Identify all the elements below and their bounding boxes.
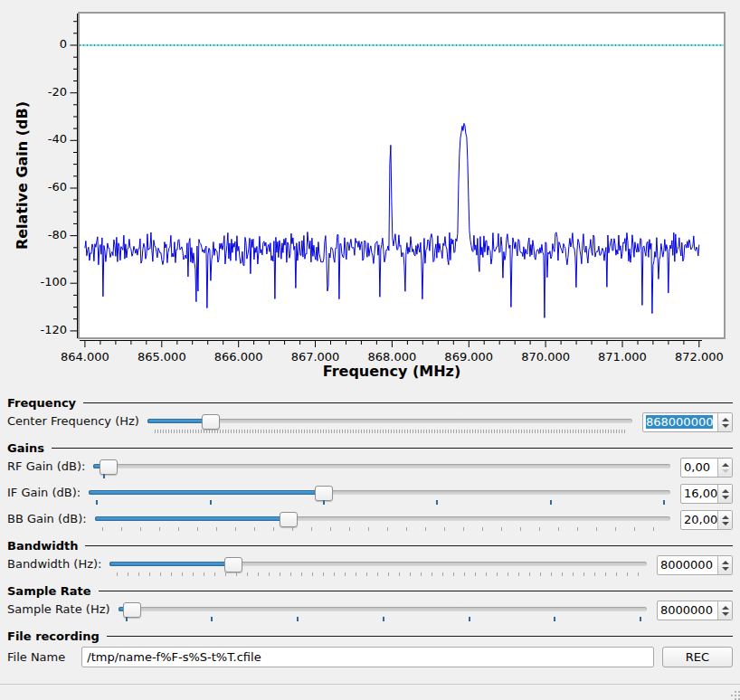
sample-rate-spin-up-icon[interactable] [722, 606, 729, 610]
bb-gain-slider-track[interactable] [95, 516, 670, 521]
if-gain-spinbox[interactable]: 16,00 [680, 484, 733, 504]
bandwidth-slider-ticks [117, 572, 640, 576]
if-gain-slider[interactable] [89, 484, 670, 506]
rec-button[interactable]: REC [662, 647, 733, 667]
x-tick-label: 867.000 [284, 350, 347, 364]
selected-text: 868000000 [646, 415, 713, 429]
if-gain-spin-down-icon[interactable] [722, 496, 729, 499]
center-frequency-spin-down-icon[interactable] [722, 424, 729, 428]
x-tick-label: 868.000 [360, 350, 423, 364]
sample-rate-spinbox[interactable]: 8000000 [657, 601, 733, 620]
bandwidth-slider-track[interactable] [109, 562, 647, 566]
bb-gain-spin-down-icon[interactable] [722, 522, 729, 525]
y-tick-label: 0 [29, 37, 67, 51]
x-tick-label: 865.000 [130, 350, 194, 364]
if-gain-slider-handle[interactable] [315, 486, 333, 501]
slider-tick [436, 500, 438, 505]
rf-gain-slider-handle[interactable] [100, 459, 118, 475]
slider-tick [550, 500, 552, 505]
if-gain-spin-arrows[interactable] [717, 485, 732, 503]
sample-rate-slider-track[interactable] [119, 607, 647, 611]
bandwidth-spin-up-icon[interactable] [722, 561, 729, 564]
y-tick-label: -60 [29, 180, 67, 194]
bandwidth-spinbox[interactable]: 8000000 [657, 555, 733, 575]
section-header-gains: Gains [7, 440, 733, 455]
rf-gain-spin-up-icon[interactable] [722, 463, 729, 467]
sample-rate-spin-down-icon[interactable] [722, 612, 729, 616]
slider-tick [96, 500, 98, 505]
y-axis-title: Relative Gain (dB) [14, 101, 31, 250]
slider-tick [323, 500, 325, 505]
bandwidth-label: Bandwidth (Hz): [7, 555, 101, 572]
section-header-bandwidth: Bandwidth [7, 538, 733, 553]
center-frequency-label: Center Frequency (Hz) [7, 412, 139, 430]
bb-gain-spin-up-icon[interactable] [722, 516, 729, 519]
rf-gain-slider-track[interactable] [93, 464, 670, 468]
section-header-file-recording: File recording [7, 629, 733, 643]
bb-gain-label: BB Gain (dB): [7, 510, 87, 527]
y-tick-label: -120 [29, 323, 67, 336]
center-frequency-slider-handle[interactable] [202, 414, 220, 430]
bb-gain-spin-arrows[interactable] [717, 511, 732, 529]
bandwidth-value[interactable]: 8000000 [658, 556, 717, 574]
slider-tick [126, 617, 128, 621]
bb-gain-slider-handle[interactable] [280, 512, 298, 527]
rf-gain-spinbox[interactable]: 0,00 [680, 458, 733, 478]
spectrum-plot: Relative Gain (dB) 0-20-40-60-80-100-120… [0, 0, 740, 391]
section-title-file-recording: File recording [7, 629, 100, 643]
sample-rate-label: Sample Rate (Hz) [7, 601, 110, 618]
x-tick-label: 870.000 [514, 350, 577, 364]
resize-grip-icon[interactable] [735, 695, 736, 696]
rf-gain-spin-arrows[interactable] [717, 459, 732, 477]
slider-tick [103, 474, 105, 478]
center-frequency-spinbox[interactable]: 868000000 [642, 412, 733, 432]
sample-rate-slider[interactable] [119, 601, 647, 623]
center-frequency-spin-arrows[interactable] [717, 413, 732, 431]
row-sample-rate: Sample Rate (Hz)8000000 [7, 601, 733, 624]
sample-rate-spin-arrows[interactable] [717, 601, 732, 620]
center-frequency-spin-up-icon[interactable] [722, 418, 729, 421]
bandwidth-slider[interactable] [109, 555, 647, 578]
rf-gain-label: RF Gain (dB): [7, 458, 85, 475]
center-frequency-slider[interactable] [147, 412, 632, 435]
app-window: Relative Gain (dB) 0-20-40-60-80-100-120… [0, 0, 740, 700]
bb-gain-slider[interactable] [95, 510, 670, 533]
file-name-label: File Name [7, 647, 65, 667]
bandwidth-slider-fill [109, 562, 235, 566]
rf-gain-value[interactable]: 0,00 [681, 459, 717, 477]
bb-gain-value[interactable]: 20,00 [681, 511, 717, 529]
x-tick-label: 866.000 [207, 350, 270, 364]
bandwidth-spin-arrows[interactable] [717, 556, 732, 574]
bandwidth-slider-handle[interactable] [224, 557, 242, 572]
section-title-bandwidth: Bandwidth [7, 539, 78, 553]
bb-gain-spinbox[interactable]: 20,00 [680, 510, 733, 530]
if-gain-slider-track[interactable] [89, 490, 670, 495]
slider-tick [469, 617, 470, 621]
section-divider [107, 636, 733, 637]
rf-gain-slider[interactable] [93, 458, 670, 480]
center-frequency-value[interactable]: 868000000 [643, 413, 717, 431]
plot-canvas[interactable] [78, 12, 726, 339]
section-divider [83, 402, 733, 403]
if-gain-spin-up-icon[interactable] [722, 489, 729, 493]
section-title-gains: Gains [7, 441, 44, 455]
center-frequency-slider-ticks [155, 430, 625, 433]
sample-rate-slider-handle[interactable] [123, 602, 141, 618]
center-frequency-slider-track[interactable] [147, 419, 632, 423]
status-bar [0, 684, 740, 700]
slider-tick [210, 500, 212, 505]
bandwidth-spin-down-icon[interactable] [722, 567, 729, 571]
if-gain-value[interactable]: 16,00 [681, 485, 717, 503]
control-panel: FrequencyCenter Frequency (Hz)868000000G… [0, 395, 740, 667]
x-tick-label: 872.000 [668, 350, 731, 364]
rf-gain-slider-ticks [100, 474, 663, 478]
section-header-frequency: Frequency [7, 395, 733, 410]
sample-rate-value[interactable]: 8000000 [658, 601, 717, 620]
x-tick-label: 871.000 [591, 350, 654, 364]
rf-gain-spin-down-icon[interactable] [722, 469, 729, 473]
row-bandwidth: Bandwidth (Hz):8000000 [7, 555, 733, 579]
file-name-input[interactable] [81, 647, 654, 667]
x-tick-label: 869.000 [437, 350, 500, 364]
row-rf-gain: RF Gain (dB):0,00 [7, 458, 733, 481]
slider-tick [383, 617, 384, 621]
